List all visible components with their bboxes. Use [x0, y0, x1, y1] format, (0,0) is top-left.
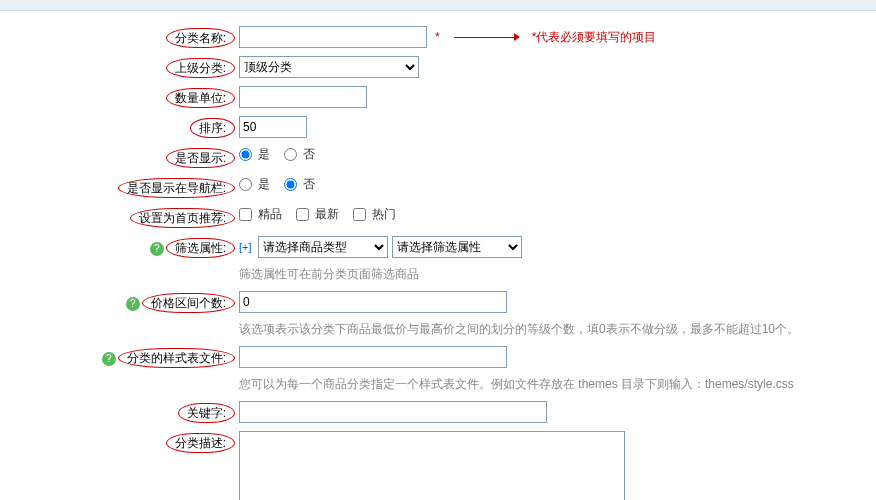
category-form: 分类名称: * *代表必须要填写的项目 上级分类: 顶级分类 数量单位: 排序:… — [0, 11, 876, 500]
required-star: * — [435, 30, 440, 44]
home-new-checkbox[interactable] — [296, 208, 309, 221]
label-price: 价格区间个数: — [142, 293, 235, 313]
label-unit: 数量单位: — [166, 88, 235, 108]
label-desc: 分类描述: — [166, 433, 235, 453]
show-no-label: 否 — [303, 146, 315, 163]
name-input[interactable] — [239, 26, 427, 48]
parent-select[interactable]: 顶级分类 — [239, 56, 419, 78]
show-yes-radio[interactable] — [239, 148, 252, 161]
filter-type-select[interactable]: 请选择商品类型 — [258, 236, 388, 258]
home-hot-checkbox[interactable] — [353, 208, 366, 221]
unit-input[interactable] — [239, 86, 367, 108]
nav-yes-radio[interactable] — [239, 178, 252, 191]
label-name: 分类名称: — [166, 28, 235, 48]
home-boutique-checkbox[interactable] — [239, 208, 252, 221]
filter-hint: 筛选属性可在前分类页面筛选商品 — [239, 266, 876, 283]
top-bar — [0, 0, 876, 11]
help-icon: ? — [150, 242, 164, 256]
add-filter-link[interactable]: [+] — [239, 241, 252, 253]
show-no-radio[interactable] — [284, 148, 297, 161]
label-keyword: 关键字: — [178, 403, 235, 423]
label-nav: 是否显示在导航栏: — [118, 178, 235, 198]
help-icon: ? — [102, 352, 116, 366]
nav-no-radio[interactable] — [284, 178, 297, 191]
label-sort: 排序: — [190, 118, 235, 138]
label-parent: 上级分类: — [166, 58, 235, 78]
price-hint: 该选项表示该分类下商品最低价与最高价之间的划分的等级个数，填0表示不做分级，最多… — [239, 321, 876, 338]
filter-attr-select[interactable]: 请选择筛选属性 — [392, 236, 522, 258]
nav-no-label: 否 — [303, 176, 315, 193]
required-note: *代表必须要填写的项目 — [532, 29, 657, 46]
arrow — [454, 33, 520, 41]
style-input[interactable] — [239, 346, 507, 368]
label-filter: 筛选属性: — [166, 238, 235, 258]
nav-yes-label: 是 — [258, 176, 270, 193]
home-new-label: 最新 — [315, 206, 339, 223]
show-yes-label: 是 — [258, 146, 270, 163]
price-input[interactable] — [239, 291, 507, 313]
home-boutique-label: 精品 — [258, 206, 282, 223]
help-icon: ? — [126, 297, 140, 311]
style-hint: 您可以为每一个商品分类指定一个样式表文件。例如文件存放在 themes 目录下则… — [239, 376, 876, 393]
label-home: 设置为首页推荐: — [130, 208, 235, 228]
keyword-input[interactable] — [239, 401, 547, 423]
home-hot-label: 热门 — [372, 206, 396, 223]
sort-input[interactable] — [239, 116, 307, 138]
desc-textarea[interactable] — [239, 431, 625, 500]
label-show: 是否显示: — [166, 148, 235, 168]
label-style: 分类的样式表文件: — [118, 348, 235, 368]
